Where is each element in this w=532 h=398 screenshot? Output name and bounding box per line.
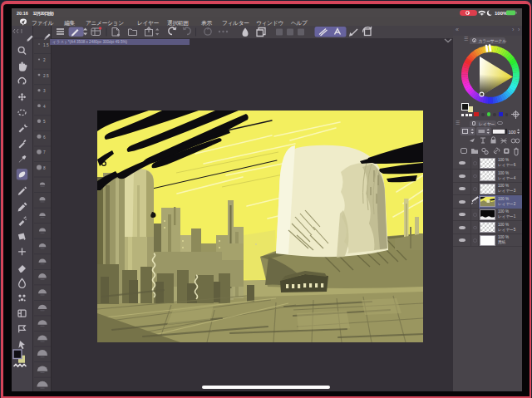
svg-text:100%: 100% — [495, 11, 508, 16]
svg-text:4: 4 — [43, 105, 46, 109]
svg-text:2: 2 — [43, 58, 46, 62]
svg-text:7: 7 — [43, 150, 46, 155]
svg-text:1.5: 1.5 — [43, 43, 49, 47]
svg-text:3: 3 — [43, 89, 46, 93]
svg-text:2.5: 2.5 — [43, 74, 49, 78]
svg-text:100: 100 — [509, 130, 516, 135]
svg-text:5: 5 — [43, 120, 46, 124]
svg-text:6: 6 — [43, 135, 46, 140]
svg-text:8: 8 — [43, 166, 46, 170]
